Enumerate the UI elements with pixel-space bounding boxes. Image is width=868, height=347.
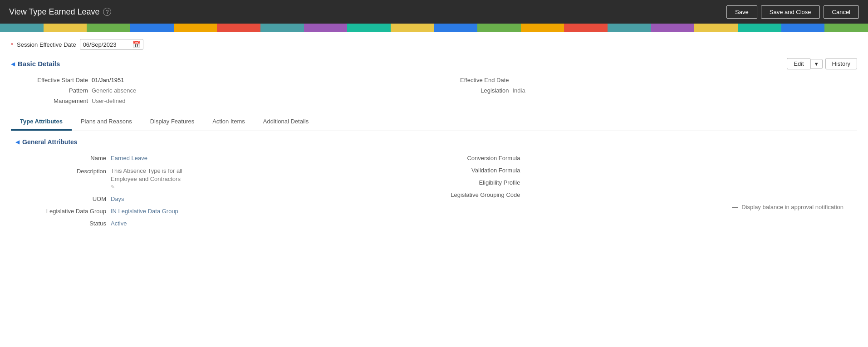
tabs-container: Type Attributes Plans and Reasons Displa… xyxy=(11,113,857,131)
display-balance-checkbox[interactable]: — xyxy=(732,204,738,210)
field-label-start: Effective Start Date xyxy=(15,77,88,83)
session-date-input[interactable]: 06/Sep/2023 📅 xyxy=(80,39,143,50)
general-attributes-title: General Attributes xyxy=(22,138,78,146)
field-effective-start-date: Effective Start Date 01/Jan/1951 xyxy=(15,75,436,85)
attr-value-description: This Absence Type is for allEmployee and… xyxy=(111,167,439,183)
attr-status-row: Status Active xyxy=(25,217,439,230)
decorative-banner xyxy=(0,24,868,32)
basic-details-section: ◀ Basic Details Edit ▼ History Effective… xyxy=(11,58,857,106)
help-icon[interactable]: ? xyxy=(103,8,111,16)
basic-details-title-row: ◀ Basic Details xyxy=(11,60,60,68)
field-effective-end-date: Effective End Date xyxy=(436,75,858,85)
attr-value-name: Earned Leave xyxy=(111,155,439,161)
save-button[interactable]: Save xyxy=(726,5,757,19)
attr-label-ldg: Legislative Data Group xyxy=(25,208,106,215)
session-date-row: * Session Effective Date 06/Sep/2023 📅 xyxy=(11,39,857,50)
tab-plans-reasons[interactable]: Plans and Reasons xyxy=(72,113,141,131)
attr-label-conversion: Conversion Formula xyxy=(439,155,520,161)
attr-label-validation: Validation Formula xyxy=(439,167,520,174)
main-content: * Session Effective Date 06/Sep/2023 📅 ◀… xyxy=(0,32,868,347)
basic-details-right: Effective End Date Legislation India xyxy=(436,75,858,106)
session-date-label: Session Effective Date xyxy=(17,41,76,48)
field-management: Management User-defined xyxy=(15,96,436,106)
tab-additional-details[interactable]: Additional Details xyxy=(254,113,318,131)
field-value-management: User-defined xyxy=(92,98,125,104)
cancel-button[interactable]: Cancel xyxy=(824,5,859,19)
attr-label-description: Description xyxy=(25,168,106,175)
edit-button[interactable]: Edit xyxy=(787,58,810,69)
field-pattern: Pattern Generic absence xyxy=(15,85,436,96)
tab-type-attributes[interactable]: Type Attributes xyxy=(11,113,72,131)
attr-uom-row: UOM Days xyxy=(25,193,439,205)
attr-ldg-row: Legislative Data Group IN Legislative Da… xyxy=(25,205,439,217)
general-attributes-section: ◀ General Attributes Name Earned Leave D… xyxy=(11,131,857,230)
header-actions: Save Save and Close Cancel xyxy=(726,5,859,19)
attr-name-row: Name Earned Leave xyxy=(25,152,439,164)
attr-description-row: Description This Absence Type is for all… xyxy=(25,164,439,193)
ga-collapse-arrow[interactable]: ◀ xyxy=(15,139,20,145)
basic-details-left: Effective Start Date 01/Jan/1951 Pattern… xyxy=(15,75,436,106)
field-value-start: 01/Jan/1951 xyxy=(92,77,124,83)
basic-details-header: ◀ Basic Details Edit ▼ History xyxy=(11,58,857,69)
title-text: View Type Earned Leave xyxy=(9,7,99,17)
calendar-icon[interactable]: 📅 xyxy=(132,41,140,48)
attr-display-balance-row: — Display balance in approval notificati… xyxy=(439,201,853,213)
attr-value-status: Active xyxy=(111,220,439,227)
general-attrs-left: Name Earned Leave Description This Absen… xyxy=(25,152,439,230)
field-label-pattern: Pattern xyxy=(15,87,88,94)
field-value-pattern: Generic absence xyxy=(92,87,136,94)
app-header: View Type Earned Leave ? Save Save and C… xyxy=(0,0,868,24)
edit-dropdown-button[interactable]: ▼ xyxy=(810,59,823,69)
general-attrs-right: Conversion Formula Validation Formula El… xyxy=(439,152,853,230)
tab-action-items[interactable]: Action Items xyxy=(203,113,254,131)
field-value-legislation: India xyxy=(513,87,525,94)
general-attrs-grid: Name Earned Leave Description This Absen… xyxy=(15,152,853,230)
history-button[interactable]: History xyxy=(825,58,857,69)
field-label-end: Effective End Date xyxy=(436,77,509,83)
field-label-legislation: Legislation xyxy=(436,87,509,94)
field-label-management: Management xyxy=(15,98,88,104)
attr-label-lgc: Legislative Grouping Code xyxy=(439,191,520,198)
save-close-button[interactable]: Save and Close xyxy=(761,5,820,19)
basic-details-actions: Edit ▼ History xyxy=(787,58,857,69)
attr-description-content: This Absence Type is for allEmployee and… xyxy=(111,167,439,190)
basic-details-title: Basic Details xyxy=(18,60,60,68)
attr-value-uom: Days xyxy=(111,195,439,202)
attr-label-uom: UOM xyxy=(25,195,106,202)
basic-details-grid: Effective Start Date 01/Jan/1951 Pattern… xyxy=(11,75,857,106)
display-balance-content: — Display balance in approval notificati… xyxy=(732,204,843,210)
description-edit-pencil[interactable]: ✎ xyxy=(111,184,115,190)
attr-lgc-row: Legislative Grouping Code xyxy=(439,189,853,201)
attr-conversion-row: Conversion Formula xyxy=(439,152,853,164)
attr-validation-row: Validation Formula xyxy=(439,164,853,176)
general-attributes-title-row: ◀ General Attributes xyxy=(15,138,853,146)
tab-display-features[interactable]: Display Features xyxy=(141,113,204,131)
attr-label-name: Name xyxy=(25,155,106,161)
page-title: View Type Earned Leave ? xyxy=(9,7,111,17)
attr-label-eligibility: Eligibility Profile xyxy=(439,179,520,186)
required-indicator: * xyxy=(11,41,13,48)
tabs: Type Attributes Plans and Reasons Displa… xyxy=(11,113,857,131)
attr-value-display-balance: Display balance in approval notification xyxy=(741,204,843,210)
attr-value-ldg: IN Legislative Data Group xyxy=(111,208,439,215)
attr-eligibility-row: Eligibility Profile xyxy=(439,176,853,189)
attr-label-status: Status xyxy=(25,220,106,227)
collapse-arrow[interactable]: ◀ xyxy=(11,61,15,67)
field-legislation: Legislation India xyxy=(436,85,858,96)
session-date-value: 06/Sep/2023 xyxy=(83,41,131,48)
